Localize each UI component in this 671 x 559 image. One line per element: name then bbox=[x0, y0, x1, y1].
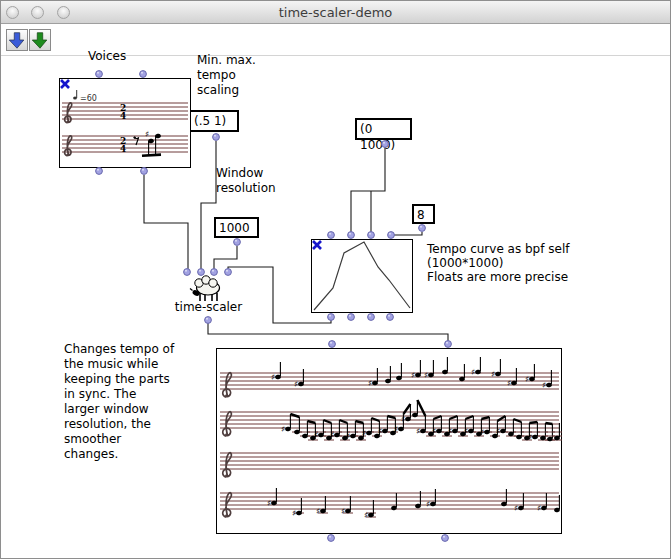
port[interactable] bbox=[225, 269, 232, 276]
port[interactable] bbox=[184, 269, 191, 276]
precision-value-box[interactable]: 8 bbox=[412, 204, 435, 224]
port-highlight bbox=[349, 315, 351, 317]
port-highlight bbox=[212, 270, 214, 272]
port-highlight bbox=[349, 233, 351, 235]
port-highlight bbox=[446, 342, 448, 344]
port-highlight bbox=[141, 72, 143, 74]
range-value-box[interactable]: (0 1000) bbox=[355, 118, 412, 140]
green-down-arrow-icon bbox=[30, 30, 50, 50]
patch-cord[interactable] bbox=[394, 232, 422, 235]
port-highlight bbox=[206, 318, 208, 320]
patch-cord[interactable] bbox=[214, 246, 237, 269]
bpf-box[interactable] bbox=[311, 239, 413, 313]
port[interactable] bbox=[198, 269, 205, 276]
port-highlight bbox=[329, 536, 331, 538]
port[interactable] bbox=[419, 225, 426, 232]
port-highlight bbox=[369, 233, 371, 235]
sheep-fluff bbox=[209, 279, 217, 287]
port-highlight bbox=[389, 233, 391, 235]
port-highlight bbox=[226, 270, 228, 272]
minmax-label: Min. max. tempo scaling bbox=[197, 53, 256, 98]
port-highlight bbox=[185, 270, 187, 272]
port-highlight bbox=[214, 135, 216, 137]
port-highlight bbox=[329, 315, 331, 317]
minmax-value-box[interactable]: (.5 1) bbox=[189, 110, 239, 132]
port[interactable] bbox=[368, 314, 375, 321]
voices-label: Voices bbox=[88, 49, 126, 64]
port[interactable] bbox=[387, 314, 394, 321]
blue-down-arrow-icon bbox=[7, 30, 27, 50]
port-highlight bbox=[420, 226, 422, 228]
description-label: Changes tempo of the music while keeping… bbox=[64, 342, 174, 462]
port[interactable] bbox=[96, 168, 103, 175]
port[interactable] bbox=[348, 314, 355, 321]
sheep-ear bbox=[190, 289, 193, 291]
port-highlight bbox=[330, 342, 332, 344]
port[interactable] bbox=[328, 232, 335, 239]
patch-cord[interactable] bbox=[208, 323, 448, 341]
port[interactable] bbox=[442, 535, 449, 542]
tempo-curve-label: Tempo curve as bpf self (1000*1000) Floa… bbox=[427, 242, 569, 284]
patch-window: time-scaler-demo Voices Min. max. tempo … bbox=[0, 0, 671, 559]
patch-cord[interactable] bbox=[201, 141, 216, 269]
window-resolution-label: Window resolution bbox=[216, 166, 276, 196]
port[interactable] bbox=[388, 232, 395, 239]
port[interactable] bbox=[234, 239, 241, 246]
port[interactable] bbox=[445, 341, 452, 348]
title-bar[interactable]: time-scaler-demo bbox=[1, 1, 670, 24]
patch-cord[interactable] bbox=[144, 175, 188, 269]
window-title: time-scaler-demo bbox=[1, 5, 670, 20]
sheep-head bbox=[192, 289, 201, 297]
window-resolution-value-box[interactable]: 1000 bbox=[214, 217, 259, 238]
port[interactable] bbox=[205, 317, 212, 324]
sheep-fluff bbox=[202, 276, 210, 284]
download-green-button[interactable] bbox=[29, 29, 51, 51]
port[interactable] bbox=[211, 269, 218, 276]
sheep-fluff bbox=[195, 279, 203, 287]
voices-score-box[interactable] bbox=[59, 78, 191, 168]
patch-cord[interactable] bbox=[351, 148, 385, 232]
port[interactable] bbox=[140, 71, 147, 78]
port-highlight bbox=[142, 169, 144, 171]
port-highlight bbox=[369, 315, 371, 317]
port-highlight bbox=[97, 169, 99, 171]
output-score-box[interactable] bbox=[216, 348, 562, 534]
port-highlight bbox=[199, 270, 201, 272]
port[interactable] bbox=[141, 168, 148, 175]
download-blue-button[interactable] bbox=[6, 29, 28, 51]
port[interactable] bbox=[368, 232, 375, 239]
port[interactable] bbox=[213, 134, 220, 141]
port[interactable] bbox=[328, 314, 335, 321]
port-highlight bbox=[388, 315, 390, 317]
time-scaler-label[interactable]: time-scaler bbox=[161, 300, 256, 314]
port-highlight bbox=[97, 72, 99, 74]
port-highlight bbox=[235, 240, 237, 242]
sheep-icon[interactable] bbox=[197, 281, 220, 295]
port[interactable] bbox=[348, 232, 355, 239]
port[interactable] bbox=[328, 535, 335, 542]
port-highlight bbox=[443, 536, 445, 538]
port[interactable] bbox=[329, 341, 336, 348]
port-highlight bbox=[329, 233, 331, 235]
port[interactable] bbox=[96, 71, 103, 78]
